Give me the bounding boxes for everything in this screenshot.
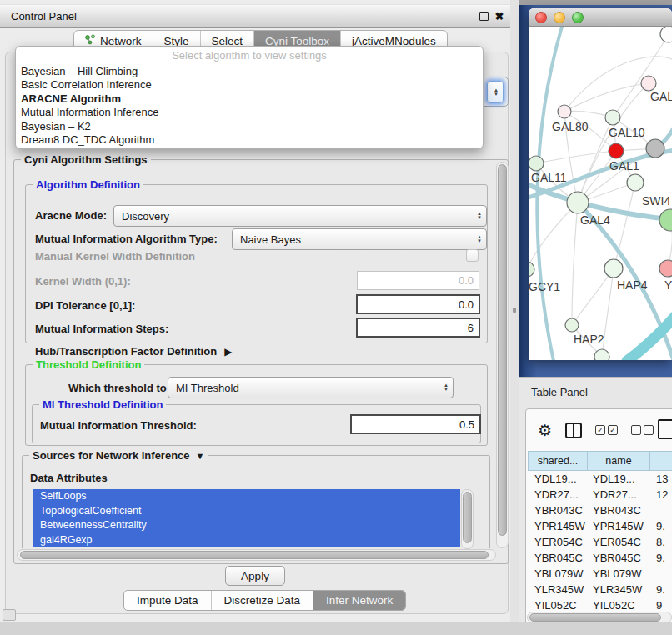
network-edge[interactable] [536,151,616,163]
table-cell: YBR043C [528,502,586,518]
tab-impute-data[interactable]: Impute Data [124,591,211,610]
which-threshold-value: MI Threshold [176,382,239,394]
network-node[interactable] [605,110,620,125]
settings-horizontal-scrollbar[interactable] [17,549,496,561]
algorithm-option[interactable]: Mutual Information Inference [16,106,483,119]
columns-icon[interactable] [565,422,582,438]
kernel-width-input[interactable]: 0.0 [357,271,479,290]
document-icon[interactable] [658,419,672,439]
table-row[interactable]: YBR043CYBR043C [528,502,672,518]
algorithm-option[interactable]: Dream8 DC_TDC Algorithm [16,133,483,147]
gear-icon[interactable]: ⚙ [538,421,552,440]
network-edge[interactable] [564,83,649,112]
network-node[interactable] [604,259,623,278]
manual-kernel-label: Manual Kernel Width Definition [35,250,195,262]
network-node[interactable] [646,139,664,158]
tab-label: Discretize Data [224,594,301,607]
minimize-traffic-light-icon[interactable] [554,12,565,23]
mi-type-select[interactable]: Naive Bayes ▲ ▼ [232,228,487,250]
network-node[interactable] [567,192,589,213]
network-node[interactable] [659,209,672,231]
network-node[interactable] [529,262,534,277]
attributes-vertical-scrollbar[interactable] [461,489,474,549]
network-node[interactable] [558,105,571,118]
list-item[interactable]: SelfLoops [33,489,460,504]
table-row[interactable]: YBR045CYBR045C9. [528,550,672,566]
table-row[interactable]: YBL079WYBL079W [528,566,672,582]
list-item[interactable]: BetweennessCentrality [33,518,460,533]
network-node[interactable] [594,349,609,360]
table-row[interactable]: YPR145WYPR145W9. [528,518,672,534]
data-attributes-list[interactable]: SelfLoops TopologicalCoefficient Between… [33,489,460,548]
close-icon[interactable]: ✖ [489,10,510,22]
table-row[interactable]: YLR345WYLR345W9. [528,582,672,598]
algorithm-option[interactable]: Bayesian – K2 [16,120,483,133]
network-node[interactable] [660,27,672,42]
settings-vertical-scrollbar[interactable] [496,162,509,548]
table-row[interactable]: YDR27...YDR27...12 [528,487,672,502]
sources-group-title-row[interactable]: Sources for Network Inference ▼ [29,449,208,462]
deselect-all-checkboxes-icon[interactable] [631,425,654,435]
table-cell: YDR27... [528,487,586,502]
zoom-traffic-light-icon[interactable] [572,12,584,23]
list-item[interactable]: gal4RGexp [33,533,460,548]
table-cell: YBR045C [528,550,586,566]
aracne-mode-select[interactable]: Discovery ▲ ▼ [113,205,487,227]
list-item[interactable]: TopologicalCoefficient [33,504,460,519]
float-window-icon[interactable] [479,12,489,21]
threshold-definition-title: Threshold Definition [33,358,144,371]
column-header[interactable] [650,451,672,471]
scrollbar-thumb[interactable] [529,613,661,622]
table-row[interactable]: YDL19...YDL19...13 [528,471,672,487]
hub-definition-toggle[interactable]: Hub/Transcription Factor Definition ▶ [35,345,232,358]
column-header[interactable]: name [588,451,650,471]
scrollbar-thumb[interactable] [498,164,507,536]
network-edge[interactable] [613,34,669,118]
dpi-tolerance-label: DPI Tolerance [0,1]: [35,299,135,312]
apply-button[interactable]: Apply [225,566,285,586]
algorithm-option-selected[interactable]: ARACNE Algorithm [16,92,483,106]
network-node[interactable] [565,318,579,332]
mi-threshold-input[interactable]: 0.5 [350,414,481,434]
panel-splitter[interactable] [510,0,519,635]
scrollbar-thumb[interactable] [20,551,489,559]
network-node-label: GAL1 [609,159,639,172]
table-cell: YBR043C [586,502,648,518]
which-threshold-select[interactable]: MI Threshold ▲ ▼ [168,377,454,398]
network-window-titlebar[interactable] [529,8,672,27]
collapsed-panel-icon[interactable] [3,609,16,621]
network-view-window: GALGAL80GAL10GAL1GAL11SWI4GAL4GCY1HAP4YH… [529,8,672,360]
network-node[interactable] [659,260,672,277]
checked-box-icon: ✓ [608,425,618,435]
network-node[interactable] [529,156,544,171]
network-canvas[interactable]: GALGAL80GAL10GAL1GAL11SWI4GAL4GCY1HAP4YH… [529,27,672,360]
table-cell: 9. [648,582,672,598]
status-bar [0,622,672,635]
spinner-arrows-icon: ▲ ▼ [473,235,486,243]
scrollbar-thumb[interactable] [463,492,472,543]
table-row[interactable]: YER054CYER054C8. [528,534,672,550]
network-edge[interactable] [614,182,635,268]
network-node[interactable] [609,143,624,158]
mi-steps-input[interactable]: 6 [356,318,480,338]
tab-discretize-data[interactable]: Discretize Data [211,591,313,610]
mi-threshold-group-title: MI Threshold Definition [39,398,166,411]
manual-kernel-checkbox[interactable] [466,249,479,262]
algorithm-option[interactable]: Bayesian – Hill Climbing [16,65,483,78]
column-header[interactable]: shared... [528,451,588,471]
network-node[interactable] [627,174,644,191]
network-node[interactable] [641,76,656,91]
select-all-checkboxes-icon[interactable]: ✓ ✓ [595,425,618,435]
mi-threshold-label: Mutual Information Threshold: [40,419,197,432]
tab-infer-network[interactable]: Infer Network [313,591,405,610]
algorithm-option[interactable]: Basic Correlation Inference [16,78,483,92]
hub-definition-label: Hub/Transcription Factor Definition [35,345,217,358]
close-traffic-light-icon[interactable] [535,12,547,23]
dpi-tolerance-input[interactable]: 0.0 [356,294,480,314]
table-cell: 12 [648,487,672,502]
expand-arrow-icon: ▶ [224,346,232,358]
algorithm-combobox-spinner[interactable]: ▲ ▼ [487,81,504,103]
network-edge[interactable] [572,202,578,325]
table-cell [648,502,672,518]
splitter-handle[interactable] [513,308,516,312]
